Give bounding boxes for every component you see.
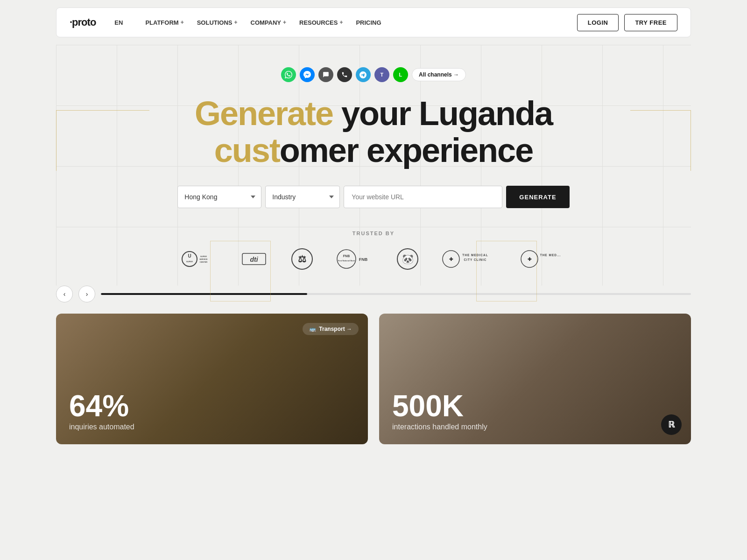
proto-r-badge: ℝ — [661, 414, 682, 435]
url-input[interactable] — [344, 186, 502, 208]
stat-number-interactions: 500K — [392, 391, 678, 421]
svg-text:🐼: 🐼 — [402, 253, 414, 265]
country-select[interactable]: Hong Kong Philippines Uganda Kenya Niger… — [177, 186, 261, 208]
trusted-label: TRUSTED BY — [352, 231, 395, 236]
carousel-track — [101, 293, 691, 295]
stat-desc-interactions: interactions handled monthly — [392, 423, 678, 431]
carousel-controls: ‹ › — [56, 286, 691, 302]
all-channels-button[interactable]: All channels → — [412, 68, 466, 81]
nav-platform[interactable]: PLATFORM + — [140, 15, 189, 30]
svg-point-10 — [337, 250, 356, 268]
svg-text:THE MED...: THE MED... — [540, 253, 561, 257]
svg-text:U: U — [188, 253, 191, 259]
svg-text:FNB: FNB — [359, 257, 368, 262]
logos-row: U SUPER SUPER SERVICE CENTER dti — [75, 247, 672, 286]
logo-super-service-center: U SUPER SUPER SERVICE CENTER — [180, 247, 218, 271]
carousel-progress — [101, 293, 307, 295]
svg-text:First National Bank: First National Bank — [338, 259, 355, 262]
logo-medical-city-south: ✚ THE MED... — [520, 247, 567, 271]
svg-text:✚: ✚ — [449, 257, 453, 262]
generate-form: Hong Kong Philippines Uganda Kenya Niger… — [177, 186, 569, 208]
hero-headline: Generate your Luganda customer experienc… — [195, 95, 552, 169]
logo-fnb: FNB First National Bank FNB — [336, 247, 374, 271]
logo[interactable]: ·proto — [70, 16, 96, 28]
nav-company[interactable]: COMPANY + — [245, 15, 292, 30]
sms-icon — [318, 67, 333, 82]
telegram-icon — [356, 67, 371, 82]
svg-text:CITY CLINIC: CITY CLINIC — [464, 258, 486, 261]
stat-number-transport: 64% — [69, 391, 355, 421]
hero-content: T L All channels → Generate your Luganda… — [56, 45, 691, 286]
svg-text:SERVICE: SERVICE — [199, 258, 208, 260]
nav-pricing[interactable]: PRICING — [350, 15, 387, 30]
industry-select[interactable]: Industry Retail Banking Healthcare Trans… — [265, 186, 340, 208]
lang-selector[interactable]: EN — [114, 19, 123, 26]
nav-resources[interactable]: RESOURCES + — [294, 15, 348, 30]
stat-cards-row: 🚌 Transport → 64% inquiries automated 50… — [56, 314, 691, 444]
stat-card-interactions: 500K interactions handled monthly ℝ — [379, 314, 691, 444]
generate-button[interactable]: GENERATE — [506, 186, 569, 208]
svg-text:⚖: ⚖ — [298, 254, 306, 264]
navbar: ·proto EN PLATFORM + SOLUTIONS + COMPANY… — [56, 7, 691, 37]
nav-actions: LOGIN TRY FREE — [577, 14, 677, 31]
teams-icon: T — [374, 67, 389, 82]
phone-icon — [337, 67, 352, 82]
logo-dti: dti — [240, 247, 268, 271]
channels-row: T L All channels → — [281, 67, 466, 82]
try-free-button[interactable]: TRY FREE — [624, 14, 677, 31]
logo-medical-city: ✚ THE MEDICAL CITY CLINIC — [442, 247, 498, 271]
svg-text:CENTER: CENTER — [200, 261, 208, 263]
stat-desc-transport: inquiries automated — [69, 423, 355, 431]
carousel-next-button[interactable]: › — [78, 286, 95, 302]
carousel-prev-button[interactable]: ‹ — [56, 286, 73, 302]
hero-section: T L All channels → Generate your Luganda… — [56, 45, 691, 286]
logo-wwf: 🐼 — [396, 247, 419, 271]
whatsapp-icon — [281, 67, 296, 82]
svg-text:dti: dti — [250, 256, 258, 263]
nav-solutions[interactable]: SOLUTIONS + — [191, 15, 243, 30]
logo-org: ⚖ — [290, 247, 314, 271]
svg-text:SUPER: SUPER — [200, 255, 207, 258]
transport-badge: 🚌 Transport → — [303, 323, 359, 335]
stat-card-transport: 🚌 Transport → 64% inquiries automated — [56, 314, 368, 444]
nav-links: PLATFORM + SOLUTIONS + COMPANY + RESOURC… — [140, 15, 562, 30]
line-icon: L — [393, 67, 408, 82]
trusted-section: TRUSTED BY U SUPER SUPER SERVICE CENTER — [75, 231, 672, 286]
svg-text:FNB: FNB — [343, 254, 350, 258]
svg-text:THE MEDICAL: THE MEDICAL — [462, 253, 488, 257]
messenger-icon — [300, 67, 315, 82]
login-button[interactable]: LOGIN — [577, 14, 619, 31]
svg-text:SUPER: SUPER — [186, 260, 193, 263]
svg-text:✚: ✚ — [528, 257, 532, 262]
